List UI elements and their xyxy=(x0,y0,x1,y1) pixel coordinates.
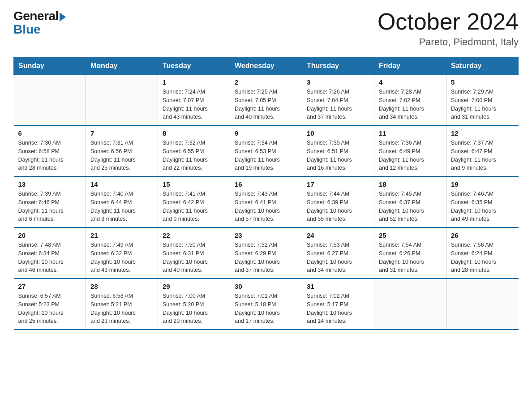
day-number: 18 xyxy=(379,180,442,188)
day-info: Sunrise: 7:29 AM Sunset: 7:00 PM Dayligh… xyxy=(451,88,514,121)
day-info: Sunrise: 7:43 AM Sunset: 6:41 PM Dayligh… xyxy=(235,190,297,223)
day-number: 26 xyxy=(451,231,514,239)
page-header: General Blue October 2024 Pareto, Piedmo… xyxy=(13,9,519,48)
day-info: Sunrise: 6:58 AM Sunset: 5:21 PM Dayligh… xyxy=(90,292,153,325)
header-tuesday: Tuesday xyxy=(158,57,230,75)
day-number: 1 xyxy=(163,78,225,86)
week-row-1: 1Sunrise: 7:24 AM Sunset: 7:07 PM Daylig… xyxy=(14,75,519,126)
calendar-cell: 8Sunrise: 7:32 AM Sunset: 6:55 PM Daylig… xyxy=(158,125,230,176)
day-number: 14 xyxy=(90,180,153,188)
day-info: Sunrise: 7:01 AM Sunset: 5:18 PM Dayligh… xyxy=(235,292,297,325)
calendar-table: SundayMondayTuesdayWednesdayThursdayFrid… xyxy=(13,57,519,330)
day-info: Sunrise: 7:26 AM Sunset: 7:04 PM Dayligh… xyxy=(307,88,369,121)
day-number: 8 xyxy=(163,129,225,137)
day-info: Sunrise: 7:52 AM Sunset: 6:29 PM Dayligh… xyxy=(235,241,297,274)
day-number: 20 xyxy=(18,231,82,239)
day-info: Sunrise: 7:53 AM Sunset: 6:27 PM Dayligh… xyxy=(307,241,369,274)
calendar-cell: 12Sunrise: 7:37 AM Sunset: 6:47 PM Dayli… xyxy=(446,125,519,176)
logo-general-text: General xyxy=(13,9,59,23)
calendar-cell: 14Sunrise: 7:40 AM Sunset: 6:44 PM Dayli… xyxy=(86,176,158,227)
calendar-cell xyxy=(14,75,86,126)
day-info: Sunrise: 7:31 AM Sunset: 6:56 PM Dayligh… xyxy=(90,139,153,172)
day-info: Sunrise: 7:35 AM Sunset: 6:51 PM Dayligh… xyxy=(307,139,369,172)
calendar-cell xyxy=(374,278,446,330)
day-number: 11 xyxy=(379,129,442,137)
day-info: Sunrise: 7:46 AM Sunset: 6:35 PM Dayligh… xyxy=(451,190,514,223)
calendar-cell xyxy=(446,278,519,330)
day-info: Sunrise: 7:40 AM Sunset: 6:44 PM Dayligh… xyxy=(90,190,153,223)
header-saturday: Saturday xyxy=(446,57,519,75)
calendar-cell: 15Sunrise: 7:41 AM Sunset: 6:42 PM Dayli… xyxy=(158,176,230,227)
day-number: 19 xyxy=(451,180,514,188)
day-info: Sunrise: 7:02 AM Sunset: 5:17 PM Dayligh… xyxy=(307,292,369,325)
calendar-cell: 21Sunrise: 7:49 AM Sunset: 6:32 PM Dayli… xyxy=(86,227,158,278)
day-number: 22 xyxy=(163,231,225,239)
day-number: 10 xyxy=(307,129,369,137)
week-row-5: 27Sunrise: 6:57 AM Sunset: 5:23 PM Dayli… xyxy=(14,278,519,330)
month-year-title: October 2024 xyxy=(378,9,519,34)
week-row-2: 6Sunrise: 7:30 AM Sunset: 6:58 PM Daylig… xyxy=(14,125,519,176)
header-thursday: Thursday xyxy=(302,57,374,75)
calendar-cell: 6Sunrise: 7:30 AM Sunset: 6:58 PM Daylig… xyxy=(14,125,86,176)
day-number: 21 xyxy=(90,231,153,239)
logo-triangle-icon xyxy=(60,13,66,21)
calendar-cell: 28Sunrise: 6:58 AM Sunset: 5:21 PM Dayli… xyxy=(86,278,158,330)
day-number: 27 xyxy=(18,283,82,290)
day-info: Sunrise: 6:57 AM Sunset: 5:23 PM Dayligh… xyxy=(18,292,82,325)
day-number: 5 xyxy=(451,78,514,86)
week-row-4: 20Sunrise: 7:48 AM Sunset: 6:34 PM Dayli… xyxy=(14,227,519,278)
day-number: 17 xyxy=(307,180,369,188)
logo-blue-text: Blue xyxy=(13,23,41,36)
day-info: Sunrise: 7:45 AM Sunset: 6:37 PM Dayligh… xyxy=(379,190,442,223)
location-subtitle: Pareto, Piedmont, Italy xyxy=(378,36,519,48)
day-number: 16 xyxy=(235,180,297,188)
calendar-cell: 9Sunrise: 7:34 AM Sunset: 6:53 PM Daylig… xyxy=(230,125,302,176)
calendar-cell xyxy=(86,75,158,126)
calendar-cell: 10Sunrise: 7:35 AM Sunset: 6:51 PM Dayli… xyxy=(302,125,374,176)
calendar-cell: 7Sunrise: 7:31 AM Sunset: 6:56 PM Daylig… xyxy=(86,125,158,176)
day-number: 23 xyxy=(235,231,297,239)
day-number: 31 xyxy=(307,283,369,290)
calendar-cell: 30Sunrise: 7:01 AM Sunset: 5:18 PM Dayli… xyxy=(230,278,302,330)
calendar-cell: 20Sunrise: 7:48 AM Sunset: 6:34 PM Dayli… xyxy=(14,227,86,278)
calendar-header: SundayMondayTuesdayWednesdayThursdayFrid… xyxy=(14,57,519,75)
day-info: Sunrise: 7:39 AM Sunset: 6:46 PM Dayligh… xyxy=(18,190,82,223)
day-number: 15 xyxy=(163,180,225,188)
calendar-cell: 24Sunrise: 7:53 AM Sunset: 6:27 PM Dayli… xyxy=(302,227,374,278)
calendar-cell: 19Sunrise: 7:46 AM Sunset: 6:35 PM Dayli… xyxy=(446,176,519,227)
calendar-cell: 17Sunrise: 7:44 AM Sunset: 6:39 PM Dayli… xyxy=(302,176,374,227)
calendar-cell: 23Sunrise: 7:52 AM Sunset: 6:29 PM Dayli… xyxy=(230,227,302,278)
day-number: 6 xyxy=(18,129,82,137)
calendar-cell: 5Sunrise: 7:29 AM Sunset: 7:00 PM Daylig… xyxy=(446,75,519,126)
day-number: 13 xyxy=(18,180,82,188)
header-monday: Monday xyxy=(86,57,158,75)
calendar-cell: 31Sunrise: 7:02 AM Sunset: 5:17 PM Dayli… xyxy=(302,278,374,330)
day-info: Sunrise: 7:32 AM Sunset: 6:55 PM Dayligh… xyxy=(163,139,225,172)
day-number: 25 xyxy=(379,231,442,239)
day-info: Sunrise: 7:56 AM Sunset: 6:24 PM Dayligh… xyxy=(451,241,514,274)
day-info: Sunrise: 7:25 AM Sunset: 7:05 PM Dayligh… xyxy=(235,88,297,121)
week-row-3: 13Sunrise: 7:39 AM Sunset: 6:46 PM Dayli… xyxy=(14,176,519,227)
calendar-cell: 22Sunrise: 7:50 AM Sunset: 6:31 PM Dayli… xyxy=(158,227,230,278)
header-friday: Friday xyxy=(374,57,446,75)
header-sunday: Sunday xyxy=(14,57,86,75)
day-info: Sunrise: 7:24 AM Sunset: 7:07 PM Dayligh… xyxy=(163,88,225,121)
day-info: Sunrise: 7:50 AM Sunset: 6:31 PM Dayligh… xyxy=(163,241,225,274)
header-row: SundayMondayTuesdayWednesdayThursdayFrid… xyxy=(14,57,519,75)
calendar-cell: 3Sunrise: 7:26 AM Sunset: 7:04 PM Daylig… xyxy=(302,75,374,126)
calendar-cell: 27Sunrise: 6:57 AM Sunset: 5:23 PM Dayli… xyxy=(14,278,86,330)
day-number: 4 xyxy=(379,78,442,86)
calendar-cell: 13Sunrise: 7:39 AM Sunset: 6:46 PM Dayli… xyxy=(14,176,86,227)
day-number: 3 xyxy=(307,78,369,86)
day-number: 30 xyxy=(235,283,297,290)
day-number: 24 xyxy=(307,231,369,239)
day-info: Sunrise: 7:36 AM Sunset: 6:49 PM Dayligh… xyxy=(379,139,442,172)
day-number: 12 xyxy=(451,129,514,137)
calendar-cell: 26Sunrise: 7:56 AM Sunset: 6:24 PM Dayli… xyxy=(446,227,519,278)
day-number: 9 xyxy=(235,129,297,137)
calendar-cell: 1Sunrise: 7:24 AM Sunset: 7:07 PM Daylig… xyxy=(158,75,230,126)
title-section: October 2024 Pareto, Piedmont, Italy xyxy=(378,9,519,48)
day-info: Sunrise: 7:00 AM Sunset: 5:20 PM Dayligh… xyxy=(163,292,225,325)
day-number: 28 xyxy=(90,283,153,290)
day-number: 2 xyxy=(235,78,297,86)
